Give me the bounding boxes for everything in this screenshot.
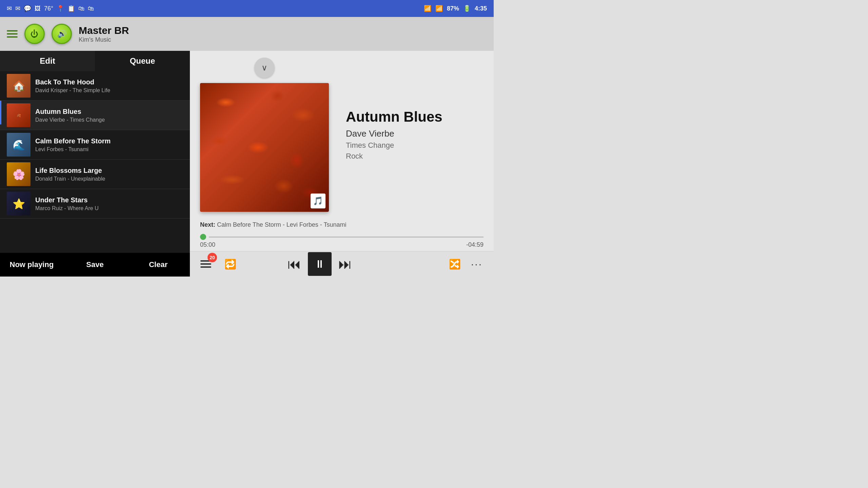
list-item[interactable]: 🌸 Life Blossoms Large Donald Train - Une… [0, 160, 190, 189]
track-subtitle: Dave Vierbe - Times Change [35, 117, 105, 123]
progress-area: 05:00 -04:59 [190, 231, 494, 251]
shuffle-button[interactable]: 🔀 [446, 256, 463, 272]
track-subtitle: Levi Forbes - Tsunami [35, 146, 111, 152]
next-button[interactable]: ⏭ [338, 257, 352, 272]
track-info: Calm Before The Storm Levi Forbes - Tsun… [35, 137, 111, 152]
menu-button[interactable] [7, 30, 18, 38]
track-title: Life Blossoms Large [35, 167, 105, 175]
track-info: Back To The Hood David Krisper - The Sim… [35, 78, 110, 94]
map-icon: 📍 [57, 5, 64, 12]
speaker-button[interactable] [52, 24, 72, 44]
previous-button[interactable]: ⏮ [288, 257, 301, 272]
power-button[interactable] [24, 24, 45, 44]
player-controls: 20 🔁 ⏮ ⏭ 🔀 ··· [190, 251, 494, 277]
track-thumbnail: 🌸 [7, 162, 31, 186]
track-title: Calm Before The Storm [35, 137, 111, 145]
status-left: ✉ ✉ 💬 🖼 76° 📍 📋 🛍 🛍 [7, 5, 94, 12]
next-track-info: Next: Calm Before The Storm - Levi Forbe… [190, 219, 494, 231]
now-playing-genre: Rock [346, 152, 484, 161]
collapse-button[interactable]: ∨ [254, 58, 275, 78]
time-elapsed: 05:00 [200, 241, 215, 248]
battery-icon: 🔋 [463, 5, 471, 12]
queue-count-badge: 20 [208, 253, 217, 262]
status-right: 📶 📶 87% 🔋 4:35 [424, 5, 487, 12]
track-subtitle: Marco Ruiz - Where Are U [35, 205, 99, 211]
play-pause-button[interactable] [308, 252, 332, 276]
progress-times: 05:00 -04:59 [200, 241, 484, 248]
shop1-icon: 🛍 [78, 5, 84, 12]
active-indicator [0, 101, 1, 124]
clear-button[interactable]: Clear [126, 253, 190, 277]
left-panel: Edit Queue Back To The Hood David Krispe… [0, 51, 190, 277]
clock: 4:35 [475, 5, 487, 12]
header-title-block: Master BR Kim's Music [79, 25, 129, 43]
progress-dot [200, 234, 206, 240]
now-playing-title: Autumn Blues [346, 109, 484, 125]
list-item[interactable]: 🌊 Calm Before The Storm Levi Forbes - Ts… [0, 130, 190, 160]
chat-icon: 💬 [24, 5, 31, 12]
main-layout: Edit Queue Back To The Hood David Krispe… [0, 51, 494, 277]
shuffle-icon: 🔀 [449, 259, 461, 270]
track-subtitle: Donald Train - Unexplainable [35, 176, 105, 182]
queue-list: Back To The Hood David Krisper - The Sim… [0, 71, 190, 253]
task-icon: 📋 [67, 5, 75, 12]
album-art-image [200, 83, 329, 212]
repeat-icon: 🔁 [224, 259, 236, 270]
wifi-icon: 📶 [424, 5, 431, 12]
save-button[interactable]: Save [63, 253, 127, 277]
track-info: Autumn Blues Dave Vierbe - Times Change [35, 108, 105, 123]
app-title: Master BR [79, 25, 129, 36]
list-item[interactable]: ⭐ Under The Stars Marco Ruiz - Where Are… [0, 189, 190, 219]
player-right: Autumn Blues Dave Vierbe Times Change Ro… [339, 58, 484, 212]
track-thumbnail: ⭐ [7, 192, 31, 216]
track-thumbnail [7, 74, 31, 98]
queue-bottom-bar: Now playing Save Clear [0, 253, 190, 277]
transport-controls: ⏮ ⏭ [288, 252, 352, 276]
more-icon: ··· [471, 258, 482, 270]
status-bar: ✉ ✉ 💬 🖼 76° 📍 📋 🛍 🛍 📶 📶 87% 🔋 4:35 [0, 0, 494, 17]
progress-bar[interactable] [200, 234, 484, 240]
queue-toggle-button[interactable]: 20 [197, 255, 215, 273]
image-icon: 🖼 [35, 5, 41, 12]
mail2-icon: ✉ [15, 5, 20, 12]
player-left: ∨ 🎵 [200, 58, 329, 212]
battery-label: 87% [447, 5, 459, 12]
signal-icon: 📶 [435, 5, 443, 12]
more-options-button[interactable]: ··· [467, 258, 487, 270]
time-remaining: -04:59 [466, 241, 484, 248]
next-label: Next: [200, 221, 215, 228]
now-playing-album: Times Change [346, 141, 484, 150]
player-top: ∨ 🎵 Autumn Blues Dave Vierbe Times Chang… [190, 51, 494, 219]
shop2-icon: 🛍 [88, 5, 94, 12]
queue-tabs: Edit Queue [0, 51, 190, 71]
progress-track [209, 237, 484, 238]
track-info: Under The Stars Marco Ruiz - Where Are U [35, 196, 99, 211]
tab-queue[interactable]: Queue [95, 51, 190, 71]
track-subtitle: David Krisper - The Simple Life [35, 87, 110, 94]
mail-icon: ✉ [7, 5, 12, 12]
right-panel: ∨ 🎵 Autumn Blues Dave Vierbe Times Chang… [190, 51, 494, 277]
track-info: Life Blossoms Large Donald Train - Unexp… [35, 167, 105, 182]
list-item[interactable]: Back To The Hood David Krisper - The Sim… [0, 71, 190, 101]
app-subtitle: Kim's Music [79, 36, 129, 43]
tab-edit[interactable]: Edit [0, 51, 95, 71]
music-note-icon: 🎵 [311, 194, 326, 208]
temp-label: 76° [44, 5, 53, 12]
now-playing-artist: Dave Vierbe [346, 128, 484, 139]
track-title: Under The Stars [35, 196, 99, 204]
now-playing-button[interactable]: Now playing [0, 253, 63, 277]
list-item[interactable]: 🍂 Autumn Blues Dave Vierbe - Times Chang… [0, 101, 190, 130]
track-title: Autumn Blues [35, 108, 105, 116]
track-thumbnail: 🌊 [7, 133, 31, 157]
track-thumbnail: 🍂 [7, 103, 31, 127]
album-art: 🎵 [200, 83, 329, 212]
track-title: Back To The Hood [35, 78, 110, 86]
next-track-text: Calm Before The Storm - Levi Forbes - Ts… [217, 221, 346, 228]
header: Master BR Kim's Music [0, 17, 494, 51]
repeat-button[interactable]: 🔁 [222, 256, 239, 272]
